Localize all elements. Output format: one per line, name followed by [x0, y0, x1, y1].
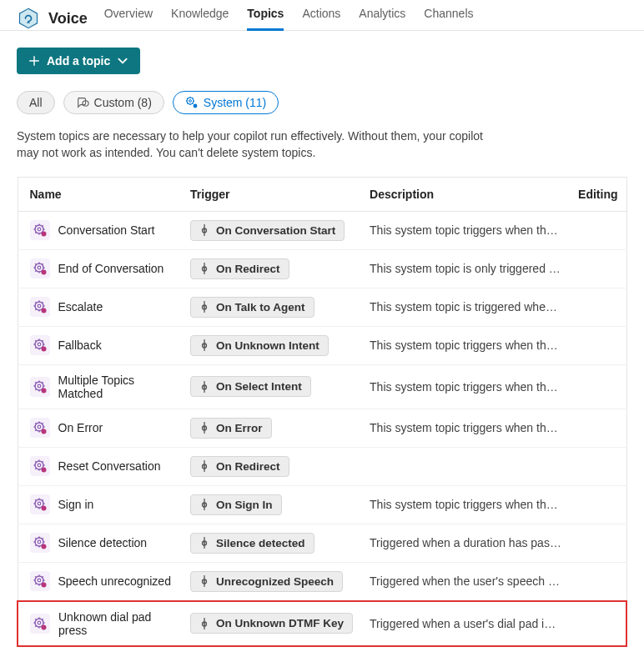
trigger-label: On Select Intent — [216, 380, 302, 393]
tab-analytics[interactable]: Analytics — [359, 7, 405, 30]
topic-name: Sign in — [58, 498, 94, 511]
trigger-badge: On Unknown DTMF Key — [190, 613, 353, 634]
filter-all[interactable]: All — [17, 91, 55, 114]
table-row[interactable]: Conversation Start On Conversation Start… — [18, 211, 626, 249]
topic-description: This system topic is only triggered by .… — [361, 249, 570, 288]
svg-marker-0 — [20, 8, 38, 28]
filter-all-label: All — [29, 96, 43, 109]
gear-icon — [30, 258, 50, 278]
topic-name-cell: On Error — [27, 418, 174, 438]
col-editing[interactable]: Editing — [570, 177, 626, 211]
topic-name-cell: Speech unrecognized — [27, 571, 174, 591]
microphone-icon — [199, 263, 209, 274]
trigger-label: On Conversation Start — [216, 224, 335, 237]
editing-cell — [570, 485, 626, 524]
microphone-icon — [199, 381, 209, 393]
col-trigger[interactable]: Trigger — [182, 177, 361, 211]
topic-name: Multiple Topics Matched — [58, 374, 174, 400]
topic-description: This system topic triggers when the b... — [361, 409, 570, 447]
gear-icon — [30, 533, 50, 553]
info-text: System topics are necessary to help your… — [17, 128, 484, 162]
chevron-down-icon — [117, 55, 128, 67]
topic-name-cell: Conversation Start — [27, 220, 174, 240]
add-topic-button[interactable]: Add a topic — [17, 48, 140, 74]
col-name[interactable]: Name — [18, 177, 182, 211]
gear-icon — [30, 614, 50, 634]
table-row[interactable]: Reset Conversation On Redirect — [18, 447, 626, 485]
tab-actions[interactable]: Actions — [302, 7, 340, 30]
trigger-label: On Redirect — [216, 460, 280, 473]
trigger-badge: On Error — [190, 418, 272, 439]
trigger-badge: On Unknown Intent — [190, 335, 329, 356]
filter-pills: All Custom (8) System (11) — [17, 91, 627, 114]
filter-custom[interactable]: Custom (8) — [63, 91, 164, 114]
trigger-label: On Unknown DTMF Key — [216, 617, 344, 629]
editing-cell — [570, 562, 626, 601]
trigger-badge: Unrecognized Speech — [190, 571, 343, 592]
table-row[interactable]: End of Conversation On Redirect This sys… — [18, 249, 626, 288]
editing-cell — [570, 447, 626, 485]
topic-name-cell: Reset Conversation — [27, 456, 174, 476]
content-area: Add a topic All Custom (8) System (11) S… — [0, 31, 644, 664]
add-topic-label: Add a topic — [47, 54, 110, 68]
gear-icon — [30, 335, 50, 355]
table-row[interactable]: Silence detection Silence detected Trigg… — [18, 524, 626, 562]
topic-description: Triggered when the user's speech inp... — [361, 562, 570, 601]
tab-knowledge[interactable]: Knowledge — [171, 7, 229, 30]
trigger-badge: On Select Intent — [190, 376, 311, 397]
topic-name-cell: End of Conversation — [27, 258, 174, 278]
gear-icon — [30, 418, 50, 438]
trigger-label: On Talk to Agent — [216, 301, 305, 313]
trigger-badge: On Conversation Start — [190, 220, 345, 241]
table-row[interactable]: Multiple Topics Matched On Select Intent… — [18, 364, 626, 409]
gear-icon — [30, 220, 50, 240]
editing-cell — [570, 249, 626, 288]
topic-name-cell: Silence detection — [27, 533, 174, 553]
table-row[interactable]: Sign in On Sign In This system topic tri… — [18, 485, 626, 524]
topic-name-cell: Unknown dial pad press — [27, 610, 174, 637]
topic-description: This system topic is triggered when t... — [361, 288, 570, 326]
filter-system[interactable]: System (11) — [173, 91, 279, 114]
editing-cell — [570, 364, 626, 409]
trigger-badge: On Sign In — [190, 494, 282, 515]
app-icon — [17, 7, 40, 30]
chat-icon — [76, 97, 89, 108]
topic-name-cell: Sign in — [27, 494, 174, 514]
topic-description: This system topic triggers when the b... — [361, 211, 570, 249]
col-description[interactable]: Description — [361, 177, 570, 211]
table-row[interactable]: Unknown dial pad press On Unknown DTMF K… — [18, 601, 626, 646]
microphone-icon — [199, 537, 209, 549]
topic-name-cell: Fallback — [27, 335, 174, 355]
topic-description: Triggered when a duration has passe... — [361, 524, 570, 562]
trigger-label: On Unknown Intent — [216, 339, 319, 352]
microphone-icon — [199, 224, 209, 236]
topic-description: This system topic triggers when the b... — [361, 485, 570, 524]
editing-cell — [570, 211, 626, 249]
topic-name: Speech unrecognized — [58, 574, 171, 588]
topics-table: Name Trigger Description Editing Convers… — [17, 177, 627, 647]
topic-name: Silence detection — [58, 536, 148, 549]
topic-name: Escalate — [58, 300, 103, 313]
gear-icon — [30, 494, 50, 514]
microphone-icon — [199, 339, 209, 351]
editing-cell — [570, 288, 626, 326]
topic-description: This system topic triggers when the u... — [361, 326, 570, 364]
tab-topics[interactable]: Topics — [247, 7, 284, 30]
tab-channels[interactable]: Channels — [424, 7, 473, 30]
filter-system-label: System (11) — [204, 96, 266, 109]
microphone-icon — [199, 460, 209, 472]
trigger-badge: On Redirect — [190, 258, 289, 279]
microphone-icon — [199, 301, 209, 313]
trigger-badge: Silence detected — [190, 533, 314, 554]
svg-point-4 — [189, 100, 191, 103]
table-row[interactable]: Fallback On Unknown Intent This system t… — [18, 326, 626, 364]
topic-description — [361, 447, 570, 485]
editing-cell — [570, 524, 626, 562]
microphone-icon — [199, 618, 209, 629]
trigger-label: On Sign In — [216, 499, 273, 511]
tab-overview[interactable]: Overview — [104, 7, 153, 30]
table-row[interactable]: Escalate On Talk to Agent This system to… — [18, 288, 626, 326]
table-row[interactable]: Speech unrecognized Unrecognized Speech … — [18, 562, 626, 601]
table-row[interactable]: On Error On Error This system topic trig… — [18, 409, 626, 447]
topic-description: This system topic triggers when the b... — [361, 364, 570, 409]
